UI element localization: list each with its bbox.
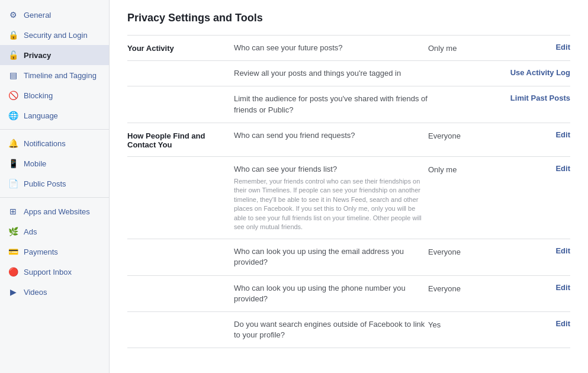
support-icon: 🔴 xyxy=(7,266,19,278)
row-action-link[interactable]: Edit xyxy=(555,246,570,255)
row-value: Everyone xyxy=(428,246,499,256)
sidebar-item-notifications[interactable]: 🔔Notifications xyxy=(0,133,109,153)
row-action[interactable]: Edit xyxy=(499,319,570,328)
row-action[interactable]: Edit xyxy=(499,246,570,255)
sidebar-item-label: Privacy xyxy=(24,51,51,60)
section-header-1 xyxy=(127,283,234,284)
payments-icon: 💳 xyxy=(7,246,19,258)
settings-row: Who can see your friends list?Remember, … xyxy=(127,157,570,240)
row-subtext: Remember, your friends control who can s… xyxy=(234,177,428,231)
settings-row: Who can look you up using the email addr… xyxy=(127,239,570,275)
settings-row: Limit the audience for posts you've shar… xyxy=(127,86,570,123)
row-action-link[interactable]: Edit xyxy=(555,130,570,139)
sidebar-item-payments[interactable]: 💳Payments xyxy=(0,242,109,262)
row-value: Yes xyxy=(428,319,499,329)
settings-row: Review all your posts and things you're … xyxy=(127,61,570,86)
section-header-1 xyxy=(127,246,234,247)
row-value: Only me xyxy=(428,164,499,174)
sidebar-item-support[interactable]: 🔴Support Inbox xyxy=(0,262,109,282)
row-question: Who can send you friend requests? xyxy=(234,130,428,141)
row-question: Who can see your future posts? xyxy=(234,43,428,53)
language-icon: 🌐 xyxy=(7,110,19,121)
sidebar-item-language[interactable]: 🌐Language xyxy=(0,105,109,126)
sidebar-item-label: Notifications xyxy=(24,139,66,148)
section-header-1 xyxy=(127,164,234,165)
sidebar-item-label: Timeline and Tagging xyxy=(24,71,97,80)
security-icon: 🔒 xyxy=(7,29,19,41)
sidebar-item-blocking[interactable]: 🚫Blocking xyxy=(0,85,109,105)
settings-row: How People Find and Contact YouWho can s… xyxy=(127,123,570,157)
sidebar-item-label: Videos xyxy=(24,288,47,297)
sidebar-item-label: Security and Login xyxy=(24,31,88,40)
row-value: Only me xyxy=(428,43,499,53)
row-action[interactable]: Edit xyxy=(499,130,570,139)
notifications-icon: 🔔 xyxy=(7,137,19,149)
settings-row: Who can look you up using the phone numb… xyxy=(127,276,570,312)
row-action-link[interactable]: Limit Past Posts xyxy=(510,94,570,102)
page-title: Privacy Settings and Tools xyxy=(127,12,570,24)
row-question: Who can see your friends list?Remember, … xyxy=(234,164,428,232)
sidebar-item-general[interactable]: ⚙General xyxy=(0,5,109,25)
main-content: Privacy Settings and Tools Your Activity… xyxy=(110,0,588,373)
sidebar-item-publicposts[interactable]: 📄Public Posts xyxy=(0,173,109,194)
row-question: Limit the audience for posts you've shar… xyxy=(234,94,428,115)
sidebar-item-videos[interactable]: ▶Videos xyxy=(0,282,109,302)
sidebar-item-label: Public Posts xyxy=(24,179,66,188)
row-action[interactable]: Limit Past Posts xyxy=(499,94,570,102)
timeline-icon: ▤ xyxy=(7,69,19,81)
mobile-icon: 📱 xyxy=(7,157,19,169)
general-icon: ⚙ xyxy=(7,9,19,21)
sidebar-item-label: Payments xyxy=(24,247,58,256)
sidebar-item-timeline[interactable]: ▤Timeline and Tagging xyxy=(0,65,109,85)
publicposts-icon: 📄 xyxy=(7,178,19,189)
sidebar-item-ads[interactable]: 🌿Ads xyxy=(0,221,109,242)
sidebar-item-label: Language xyxy=(24,111,58,120)
row-action-link[interactable]: Use Activity Log xyxy=(510,68,570,77)
row-action-link[interactable]: Edit xyxy=(555,43,570,52)
row-value xyxy=(428,94,499,95)
settings-row: Do you want search engines outside of Fa… xyxy=(127,312,570,348)
section-header-0 xyxy=(127,94,234,95)
videos-icon: ▶ xyxy=(7,286,19,298)
sidebar-item-mobile[interactable]: 📱Mobile xyxy=(0,153,109,173)
row-question: Who can look you up using the email addr… xyxy=(234,246,428,268)
row-action[interactable]: Edit xyxy=(499,164,570,173)
section-header-0 xyxy=(127,68,234,69)
ads-icon: 🌿 xyxy=(7,226,19,237)
row-value: Everyone xyxy=(428,283,499,293)
sidebar-item-label: Ads xyxy=(24,227,37,236)
section-header-0: Your Activity xyxy=(127,43,234,53)
row-action[interactable]: Edit xyxy=(499,283,570,292)
blocking-icon: 🚫 xyxy=(7,89,19,101)
row-question: Who can look you up using the phone numb… xyxy=(234,283,428,304)
sidebar: ⚙General🔒Security and Login🔓Privacy▤Time… xyxy=(0,0,110,373)
row-action-link[interactable]: Edit xyxy=(555,164,570,173)
row-action[interactable]: Edit xyxy=(499,43,570,52)
settings-row: Your ActivityWho can see your future pos… xyxy=(127,36,570,61)
row-value: Everyone xyxy=(428,130,499,140)
sidebar-item-label: Mobile xyxy=(24,159,46,168)
apps-icon: ⊞ xyxy=(7,205,19,217)
sidebar-item-apps[interactable]: ⊞Apps and Websites xyxy=(0,201,109,221)
privacy-icon: 🔓 xyxy=(7,49,19,61)
section-header-1: How People Find and Contact You xyxy=(127,130,234,149)
sidebar-item-label: General xyxy=(24,11,51,20)
row-value xyxy=(428,68,499,69)
row-action-link[interactable]: Edit xyxy=(555,319,570,328)
sidebar-item-label: Apps and Websites xyxy=(24,207,90,216)
row-action-link[interactable]: Edit xyxy=(555,283,570,292)
section-header-1 xyxy=(127,319,234,320)
sidebar-item-security[interactable]: 🔒Security and Login xyxy=(0,25,109,45)
sidebar-divider xyxy=(0,129,109,130)
row-action[interactable]: Use Activity Log xyxy=(499,68,570,77)
row-question: Do you want search engines outside of Fa… xyxy=(234,319,428,340)
sidebar-item-label: Blocking xyxy=(24,91,53,100)
settings-section: Your ActivityWho can see your future pos… xyxy=(127,35,570,348)
sidebar-item-label: Support Inbox xyxy=(24,268,72,276)
row-question: Review all your posts and things you're … xyxy=(234,68,428,79)
sidebar-divider xyxy=(0,197,109,198)
sidebar-item-privacy[interactable]: 🔓Privacy xyxy=(0,45,109,65)
